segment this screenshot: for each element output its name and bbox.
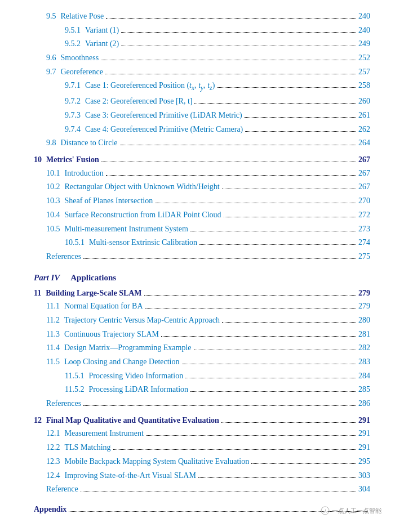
toc-row-12-4: 12.4 Improving State-of-the-Art Visual S… (34, 470, 370, 482)
toc-row-9-6: 9.6 Smoothness 252 (34, 52, 370, 64)
toc-row-10-5-1: 10.5.1 Multi-sensor Extrinsic Calibratio… (34, 236, 370, 249)
toc-row-12-3: 12.3 Mobile Backpack Mapping System Qual… (34, 455, 370, 468)
toc-row-10-1: 10.1 Introduction 267 (34, 167, 370, 180)
toc-row-9-5-2: 9.5.2 Variant (2) 249 (34, 38, 370, 50)
toc-row-9-7-3: 9.7.3 Case 3: Georeferenced Primitive (L… (34, 109, 370, 122)
toc-row-12-1: 12.1 Measurement Instrument 291 (34, 427, 370, 440)
toc-row-10-2: 10.2 Rectangular Object with Unknown Wid… (34, 181, 370, 193)
toc-row-11-4: 11.4 Design Matrix—Programming Example 2… (34, 342, 370, 354)
toc-row-11-5: 11.5 Loop Closing and Change Detection 2… (34, 356, 370, 368)
toc-row-ch11: 11 Building Large-Scale SLAM 279 (34, 287, 370, 299)
toc-row-11-5-1: 11.5.1 Processing Video Information 284 (34, 370, 370, 382)
part-iv-heading: Part IV Applications (34, 273, 370, 283)
watermark: 人 一点人工一点智能 (321, 506, 381, 515)
toc-row-9-7-4: 9.7.4 Case 4: Georeferenced Primitive (M… (34, 123, 370, 136)
toc-row-ch10: 10 Metrics' Fusion 267 (34, 154, 370, 166)
toc-row-11-5-2: 11.5.2 Processing LiDAR Information 285 (34, 383, 370, 396)
toc-row-ref-12: Reference 304 (34, 483, 370, 495)
toc-container: 9.5 Relative Pose 240 9.5.1 Variant (1) … (34, 10, 370, 516)
toc-row-ch12: 12 Final Map Qualitative and Quantitativ… (34, 414, 370, 427)
svg-text:人: 人 (323, 509, 327, 513)
toc-row-9-8: 9.8 Distance to Circle 264 (34, 137, 370, 149)
toc-row-9-7-1: 9.7.1 Case 1: Georeferenced Position (tx… (34, 79, 370, 93)
toc-row-appendix: Appendix (34, 503, 370, 516)
toc-row-9-7-2: 9.7.2 Case 2: Georeferenced Pose [R, t] … (34, 95, 370, 108)
toc-row-10-3: 10.3 Sheaf of Planes Intersection 270 (34, 195, 370, 207)
toc-row-9-5: 9.5 Relative Pose 240 (34, 10, 370, 23)
toc-row-refs-11: References 286 (34, 397, 370, 410)
toc-row-12-2: 12.2 TLS Matching 291 (34, 441, 370, 454)
watermark-icon: 人 (321, 506, 330, 515)
toc-row-10-5: 10.5 Multi-measurement Instrument System… (34, 223, 370, 235)
watermark-text: 一点人工一点智能 (332, 507, 381, 515)
toc-row-9-7: 9.7 Georeference 257 (34, 66, 370, 78)
toc-row-9-5-1: 9.5.1 Variant (1) 240 (34, 24, 370, 37)
toc-row-11-3: 11.3 Continuous Trajectory SLAM 281 (34, 328, 370, 341)
toc-row-refs-10: References 275 (34, 251, 370, 263)
toc-row-11-2: 11.2 Trajectory Centric Versus Map-Centr… (34, 314, 370, 327)
toc-row-11-1: 11.1 Normal Equation for BA 279 (34, 300, 370, 312)
toc-row-10-4: 10.4 Surface Reconstruction from LiDAR P… (34, 209, 370, 221)
